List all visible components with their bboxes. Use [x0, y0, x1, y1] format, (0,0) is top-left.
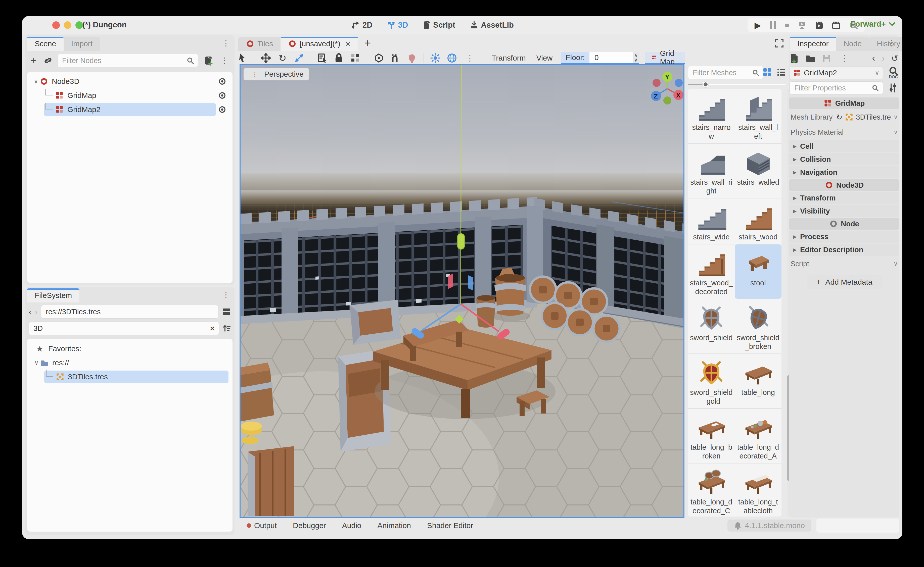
current-path-input[interactable]: [45, 308, 214, 316]
save-resource-icon[interactable]: [822, 54, 831, 63]
list-select-tool-icon[interactable]: [317, 52, 327, 63]
mesh-item-sword_shield_broken[interactable]: sword_shield_broken: [735, 299, 781, 354]
version-info[interactable]: 4.1.1.stable.mono: [727, 519, 812, 532]
thumbnail-size-slider[interactable]: [688, 82, 786, 86]
scene-tab-unsaved[interactable]: [unsaved](*)×: [281, 37, 358, 51]
group-selected-icon[interactable]: [350, 52, 361, 63]
nav-forward-icon[interactable]: ›: [35, 307, 38, 316]
thumbnail-view-icon[interactable]: [762, 68, 772, 77]
sort-files-icon[interactable]: [222, 324, 231, 333]
filter-meshes-input[interactable]: [692, 68, 752, 77]
scene-tree-menu-icon[interactable]: ⋮: [218, 56, 231, 65]
filter-properties-input[interactable]: [794, 84, 872, 93]
mesh-item-sword_shield_gold[interactable]: sword_shield_gold: [688, 354, 735, 408]
inspector-property-physics-material[interactable]: Physics Material∨: [789, 125, 899, 139]
new-resource-icon[interactable]: [790, 53, 799, 63]
collapse-arrow-icon[interactable]: ∨: [32, 78, 40, 85]
filesystem-row-3dtilestres[interactable]: 3DTiles.tres: [29, 370, 231, 384]
property-value[interactable]: 3DTiles.tre: [856, 113, 891, 122]
play-button[interactable]: ▶: [754, 20, 761, 30]
tab-node[interactable]: Node: [836, 37, 869, 51]
clear-search-icon[interactable]: ×: [210, 324, 215, 333]
add-node-button[interactable]: +: [29, 55, 39, 66]
viewport-3d[interactable]: Y Z X ⋮ Perspective: [240, 65, 684, 518]
close-icon[interactable]: ×: [346, 39, 350, 49]
edited-object-selector[interactable]: GridMap2 ∨: [790, 66, 883, 80]
filesystem-menu-icon[interactable]: ⋮: [219, 290, 233, 300]
workspace-tab-2d[interactable]: 2D: [352, 21, 373, 30]
filesystem-row-favorites[interactable]: ★Favorites:: [29, 342, 231, 356]
floor-stepper[interactable]: ∧∨: [633, 52, 639, 63]
play-scene-button[interactable]: [815, 21, 823, 29]
inspector-property-script[interactable]: Script∨: [789, 257, 899, 271]
transform-menu[interactable]: Transform: [490, 54, 528, 62]
tab-inspector[interactable]: Inspector: [790, 37, 836, 51]
minimize-window-button[interactable]: [64, 21, 71, 29]
bottom-tab-animation[interactable]: Animation: [377, 521, 411, 530]
mesh-item-table_long_decorated_A[interactable]: table_long_decorated_A: [735, 409, 781, 463]
filter-nodes-input[interactable]: [62, 56, 186, 65]
open-docs-icon[interactable]: DOC: [888, 66, 899, 79]
stop-button[interactable]: ■: [785, 21, 789, 29]
preview-environment-icon[interactable]: [447, 52, 457, 63]
play-remote-button[interactable]: [798, 21, 806, 29]
edit-history-icon[interactable]: ↺: [891, 53, 898, 63]
workspace-tab-script[interactable]: Script: [422, 21, 455, 30]
property-tools-icon[interactable]: [888, 83, 898, 93]
renderer-select[interactable]: Forward+: [850, 20, 895, 28]
scale-tool-icon[interactable]: [294, 52, 304, 63]
visibility-icon[interactable]: [218, 105, 227, 114]
pause-button[interactable]: [770, 21, 776, 29]
collapse-arrow-icon[interactable]: ∨: [33, 359, 40, 366]
bottom-tab-audio[interactable]: Audio: [342, 521, 361, 530]
mesh-item-stairs_walled[interactable]: stairs_walled: [735, 144, 781, 198]
attach-script-icon[interactable]: [203, 56, 213, 66]
inspector-menu-icon[interactable]: ⋮: [885, 38, 898, 48]
snap-object-icon[interactable]: [374, 52, 384, 63]
gridmap-menu-button[interactable]: Grid Map: [645, 52, 685, 64]
mesh-item-table_long_tablecloth[interactable]: table_long_tablecloth: [735, 464, 781, 516]
sun-environment-menu-icon[interactable]: ⋮: [464, 53, 476, 63]
inspector-group-editor-description[interactable]: ▸Editor Description: [789, 244, 899, 256]
mesh-item-stairs_wood[interactable]: stairs_wood: [735, 198, 781, 244]
move-tool-icon[interactable]: [261, 52, 271, 63]
load-resource-icon[interactable]: [805, 54, 816, 63]
rotate-tool-icon[interactable]: ↻: [278, 52, 288, 63]
list-view-icon[interactable]: [777, 68, 786, 77]
scene-tree-row-gridmap[interactable]: GridMap: [29, 88, 231, 102]
mesh-item-sword_shield[interactable]: sword_shield: [688, 299, 735, 354]
inspector-group-collision[interactable]: ▸Collision: [789, 153, 899, 165]
tab-filesystem[interactable]: FileSystem: [27, 288, 80, 303]
tab-scene[interactable]: Scene: [27, 37, 64, 51]
bottom-tab-debugger[interactable]: Debugger: [293, 521, 326, 530]
lock-selected-icon[interactable]: [334, 52, 344, 63]
mesh-item-stairs_wall_right[interactable]: stairs_wall_right: [688, 144, 735, 198]
mesh-item-table_long[interactable]: table_long: [735, 354, 781, 408]
nav-back-icon[interactable]: ‹: [29, 307, 32, 316]
mesh-item-stairs_narrow[interactable]: stairs_narrow: [688, 89, 735, 143]
resource-extra-menu-icon[interactable]: ⋮: [838, 54, 851, 63]
preview-sunlight-icon[interactable]: [430, 52, 440, 63]
scene-tree-row-node3d[interactable]: ∨Node3D: [29, 74, 231, 88]
mesh-item-table_long_decorated_C[interactable]: table_long_decorated_C: [688, 464, 735, 516]
filesystem-row-res[interactable]: ∨res://: [29, 356, 231, 370]
inspector-class-header-node[interactable]: Node: [789, 218, 899, 230]
mesh-item-stairs_wide[interactable]: stairs_wide: [688, 198, 735, 244]
filesystem-search-input[interactable]: [33, 324, 210, 333]
inspector-group-navigation[interactable]: ▸Navigation: [789, 166, 899, 178]
mesh-item-stairs_wood_decorated[interactable]: stairs_wood_decorated: [688, 244, 735, 299]
reload-icon[interactable]: ↻: [836, 113, 842, 122]
view-menu[interactable]: View: [534, 54, 554, 62]
mesh-item-stool[interactable]: stool: [735, 244, 781, 299]
floor-value[interactable]: 0: [589, 52, 633, 63]
toggle-split-mode-icon[interactable]: [222, 307, 231, 316]
instance-scene-icon[interactable]: [44, 56, 52, 65]
slider-knob[interactable]: [703, 81, 709, 87]
inspector-class-header-node3d[interactable]: Node3D: [789, 179, 899, 191]
workspace-tab-3d[interactable]: 3D: [387, 21, 408, 30]
bottom-tab-output[interactable]: Output: [246, 521, 277, 530]
inspector-group-cell[interactable]: ▸Cell: [789, 140, 899, 152]
visibility-icon[interactable]: [218, 77, 227, 86]
scene-tree-row-gridmap2[interactable]: GridMap2: [29, 102, 231, 117]
history-forward-icon[interactable]: ›: [882, 53, 885, 63]
